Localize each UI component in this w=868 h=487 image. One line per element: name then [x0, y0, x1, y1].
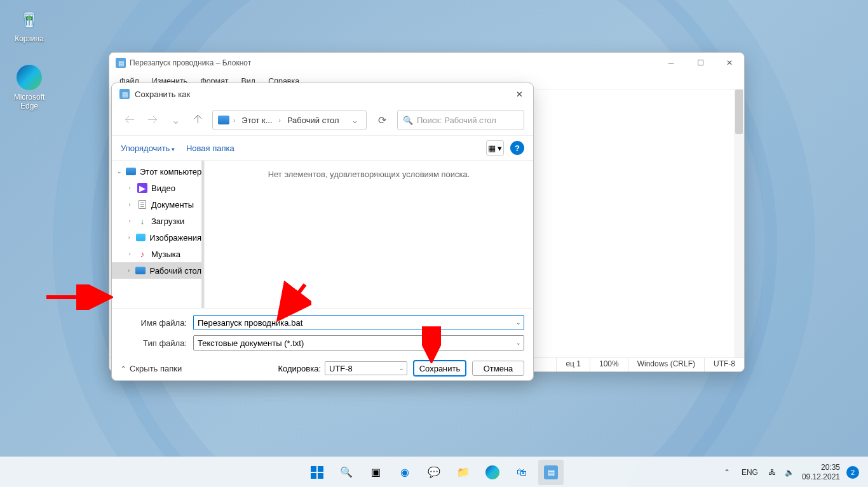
edge-label: Microsoft Edge	[5, 93, 53, 110]
folder-tree: Этот компьютер ▶Видео Документы ↓Загрузк…	[112, 161, 205, 308]
new-folder-button[interactable]: Новая папка	[186, 143, 234, 153]
breadcrumb-pc[interactable]: Этот к...	[239, 114, 275, 126]
notifications-button[interactable]: 2	[846, 466, 859, 479]
status-eol: Windows (CRLF)	[628, 358, 704, 371]
chevron-down-icon[interactable]: ⌄	[516, 340, 521, 346]
chevron-icon[interactable]: ›	[279, 117, 281, 124]
status-position: ец 1	[556, 358, 590, 371]
taskbar-time: 20:35	[802, 463, 840, 472]
chat-icon: 💬	[426, 465, 442, 480]
edge-button[interactable]	[480, 460, 505, 485]
status-zoom: 100%	[590, 358, 628, 371]
tree-music[interactable]: ♪Музыка	[112, 246, 204, 262]
view-mode-button[interactable]: ▦ ▾	[486, 140, 504, 156]
start-button[interactable]	[304, 460, 330, 485]
nav-forward-button[interactable]: 🡢	[144, 111, 161, 129]
notepad-title: Перезапуск проводника – Блокнот	[130, 58, 251, 67]
notepad-taskbar-button[interactable]: ▤	[538, 460, 564, 485]
tree-scrollbar[interactable]	[201, 161, 204, 308]
tree-documents[interactable]: Документы	[112, 196, 204, 213]
folder-icon: 📁	[456, 465, 471, 480]
widgets-icon: ◉	[397, 465, 412, 480]
dialog-icon: ▤	[119, 89, 130, 99]
nav-back-button[interactable]: 🡠	[121, 111, 139, 129]
language-button[interactable]: ENG	[739, 467, 761, 478]
filename-label: Имя файла:	[121, 318, 193, 328]
search-placeholder: Поиск: Рабочий стол	[417, 116, 496, 125]
taskbar-date: 09.12.2021	[802, 472, 840, 482]
tray-overflow-button[interactable]: ⌃	[721, 465, 733, 479]
store-button[interactable]: 🛍	[509, 460, 534, 485]
tree-desktop[interactable]: Рабочий стол	[112, 262, 204, 279]
tree-downloads[interactable]: ↓Загрузки	[112, 213, 204, 229]
tree-pictures[interactable]: Изображения	[112, 229, 204, 246]
filetype-label: Тип файла:	[121, 338, 193, 348]
clock-button[interactable]: 20:35 09.12.2021	[802, 463, 840, 482]
address-dropdown[interactable]: ⌄	[346, 116, 363, 125]
recycle-bin[interactable]: Корзина	[5, 3, 53, 43]
network-icon[interactable]: 🖧	[767, 467, 777, 478]
chevron-down-icon[interactable]: ⌄	[516, 319, 521, 326]
search-input[interactable]: 🔍 Поиск: Рабочий стол	[397, 110, 524, 130]
nav-up-button[interactable]: 🡡	[189, 111, 207, 129]
chevron-down-icon[interactable]: ⌄	[399, 365, 404, 371]
hide-folders-button[interactable]: Скрыть папки	[121, 364, 182, 373]
empty-message: Нет элементов, удовлетворяющих условиям …	[268, 170, 470, 179]
store-icon: 🛍	[514, 465, 529, 480]
chevron-icon[interactable]: ›	[233, 117, 235, 124]
dialog-title: Сохранить как	[135, 90, 190, 99]
file-explorer-button[interactable]: 📁	[451, 460, 476, 485]
cancel-button[interactable]: Отмена	[472, 361, 524, 376]
maximize-button[interactable]: ☐	[686, 53, 715, 73]
taskbar: 🔍 ▣ ◉ 💬 📁 🛍 ▤ ⌃ ENG 🖧 🔈 20:35 09.12.2021…	[0, 457, 868, 487]
recycle-bin-label: Корзина	[5, 34, 53, 43]
task-view-button[interactable]: ▣	[363, 460, 388, 485]
chat-button[interactable]: 💬	[421, 460, 447, 485]
save-button[interactable]: Сохранить	[414, 361, 466, 376]
tree-this-pc[interactable]: Этот компьютер	[112, 163, 204, 180]
volume-icon[interactable]: 🔈	[783, 467, 796, 478]
widgets-button[interactable]: ◉	[392, 460, 417, 485]
status-encoding: UTF-8	[704, 358, 744, 371]
minimize-button[interactable]: ─	[656, 53, 686, 73]
scrollbar-vertical[interactable]	[734, 90, 744, 357]
pc-icon	[218, 116, 229, 124]
refresh-button[interactable]: ⟳	[372, 110, 392, 130]
task-view-icon: ▣	[368, 465, 383, 480]
search-icon: 🔍	[403, 116, 413, 125]
nav-recent-button[interactable]: ⌄	[166, 111, 184, 129]
search-icon: 🔍	[339, 465, 354, 480]
file-list-area[interactable]: Нет элементов, удовлетворяющих условиям …	[205, 161, 533, 308]
search-button[interactable]: 🔍	[334, 460, 359, 485]
filename-input[interactable]: Перезапуск проводника.bat ⌄	[193, 315, 524, 330]
tree-videos[interactable]: ▶Видео	[112, 180, 204, 196]
recycle-bin-icon	[14, 3, 44, 33]
filetype-select[interactable]: Текстовые документы (*.txt) ⌄	[193, 335, 524, 350]
edge-icon	[485, 465, 499, 479]
breadcrumb-desktop[interactable]: Рабочий стол	[285, 114, 342, 126]
save-as-dialog: ▤ Сохранить как ✕ 🡠 🡢 ⌄ 🡡 › Этот к... › …	[111, 83, 534, 381]
svg-point-0	[24, 11, 35, 15]
encoding-label: Кодировка:	[278, 364, 321, 373]
organize-button[interactable]: Упорядочить	[121, 143, 175, 153]
notepad-icon: ▤	[544, 465, 558, 479]
address-bar[interactable]: › Этот к... › Рабочий стол ⌄	[212, 110, 367, 130]
help-button[interactable]: ?	[510, 141, 524, 155]
edge-icon	[17, 65, 42, 90]
notepad-icon: ▤	[116, 58, 126, 68]
encoding-select[interactable]: UTF-8 ⌄	[325, 361, 407, 375]
microsoft-edge[interactable]: Microsoft Edge	[5, 62, 53, 110]
close-button[interactable]: ✕	[715, 53, 744, 73]
dialog-close-button[interactable]: ✕	[505, 83, 533, 105]
